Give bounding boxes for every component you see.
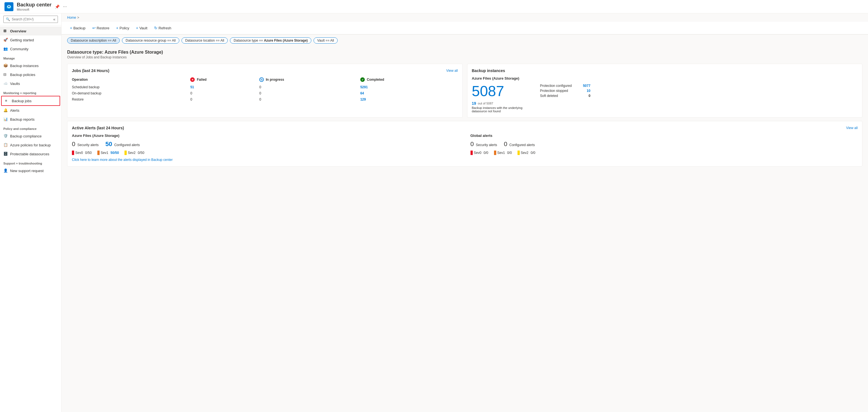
box-icon: 📦 — [3, 63, 8, 68]
sidebar-item-label: Getting started — [10, 38, 34, 42]
sev1-value-link[interactable]: 50/50 — [111, 151, 119, 155]
sidebar-item-backup-reports[interactable]: 📊 Backup reports — [0, 115, 61, 124]
bi-stat-row-0: Protection configured 5077 — [540, 84, 590, 88]
policy-icon: 📋 — [3, 143, 8, 147]
configured-label-azure: Configured alerts — [114, 143, 140, 147]
sidebar-item-overview[interactable]: ⊞ Overview — [0, 27, 61, 35]
sidebar-item-getting-started[interactable]: 🚀 Getting started — [0, 35, 61, 44]
cloud-icon: ☁️ — [3, 81, 8, 86]
sev1-global: Sev1 0/0 — [494, 150, 512, 155]
inprogress-status-icon: ↻ — [259, 77, 264, 82]
sidebar-item-azure-policies[interactable]: 📋 Azure policies for backup — [0, 140, 61, 149]
sidebar-item-backup-policies[interactable]: ⊟ Backup policies — [0, 70, 61, 79]
bi-stat-label-1: Protection stopped — [540, 89, 568, 93]
row-failed: 51 — [190, 84, 259, 90]
alerts-learn-more-link[interactable]: Click here to learn more about the alert… — [72, 158, 858, 162]
cards-row: Jobs (last 24 Hours) View all Operation … — [62, 60, 868, 121]
people-icon: 👥 — [3, 47, 8, 51]
app-icon — [4, 2, 13, 11]
plus-icon: + — [70, 26, 72, 30]
sev0-bar-global — [470, 150, 473, 155]
completed-value-link[interactable]: 5291 — [360, 85, 368, 89]
vault-button[interactable]: + Vault — [133, 24, 150, 32]
sidebar-item-label: Backup reports — [10, 117, 34, 122]
jobs-view-all-link[interactable]: View all — [446, 69, 458, 73]
jobs-card-header: Jobs (last 24 Hours) View all — [72, 68, 458, 73]
sidebar-nav: ⊞ Overview 🚀 Getting started 👥 Community… — [0, 26, 61, 412]
sidebar-item-community[interactable]: 👥 Community — [0, 44, 61, 53]
configured-num-global: 0 — [504, 140, 507, 147]
completed-status-icon: ✓ — [360, 77, 365, 82]
failed-value-link[interactable]: 51 — [190, 85, 194, 89]
chart-icon: 📊 — [3, 117, 8, 122]
toolbar: + Backup ↩ Restore + Policy + Vault — [62, 22, 868, 34]
security-num-azure: 0 — [72, 140, 75, 147]
restore-button[interactable]: ↩ Restore — [90, 24, 113, 32]
bi-stat-val-0[interactable]: 5077 — [583, 84, 590, 88]
collapse-button[interactable]: « — [53, 17, 55, 22]
sev2-bar — [124, 150, 127, 155]
sidebar-item-backup-jobs[interactable]: ≡ Backup jobs — [1, 96, 60, 106]
refresh-icon: ↻ — [154, 26, 157, 30]
search-input[interactable] — [12, 17, 52, 21]
bi-content: 5087 19 out of 5087 Backup instances wit… — [472, 84, 858, 113]
inprogress-value: 0 — [259, 85, 261, 89]
filter-datasource-type[interactable]: Datasource type == Azure Files (Azure St… — [230, 37, 311, 43]
sev2-azure: Sev2 0/50 — [124, 150, 144, 155]
page-subtitle: Overview of Jobs and Backup instances — [67, 55, 862, 59]
sidebar-item-new-support-request[interactable]: 👤 New support request — [0, 166, 61, 175]
row-completed: 129 — [360, 96, 458, 103]
bi-stats: Protection configured 5077 Protection st… — [540, 84, 590, 98]
sev1-value-global: 0/0 — [507, 151, 512, 155]
section-header-monitoring: Monitoring + reporting — [0, 88, 61, 96]
sidebar-item-label: Alerts — [10, 108, 19, 112]
row-failed: 0 — [190, 96, 259, 103]
sidebar-item-label: Backup jobs — [12, 99, 32, 103]
table-row: On-demand backup 0 0 64 — [72, 90, 458, 96]
bi-stat-val-1[interactable]: 10 — [587, 89, 590, 93]
col-operation: Operation — [72, 76, 190, 84]
table-row: Scheduled backup 51 0 5291 — [72, 84, 458, 90]
completed-value-link[interactable]: 64 — [360, 91, 364, 95]
filter-datasource-subscription[interactable]: Datasource subscription == All — [67, 37, 120, 43]
failed-value: 0 — [190, 91, 192, 95]
search-wrap[interactable]: 🔍 « — [3, 15, 58, 23]
filter-vault[interactable]: Vault == All — [314, 37, 338, 43]
policy-button[interactable]: + Policy — [113, 24, 132, 32]
bi-big-number: 5087 — [472, 84, 533, 98]
row-inprogress: 0 — [259, 90, 360, 96]
bi-underlying-number[interactable]: 19 — [472, 101, 476, 106]
breadcrumb-home[interactable]: Home — [67, 15, 76, 20]
col-failed: ✕ Failed — [190, 76, 259, 84]
filter-bar: Datasource subscription == All Datasourc… — [62, 35, 868, 46]
sev1-label-global: Sev1 — [497, 151, 505, 155]
row-inprogress: 0 — [259, 84, 360, 90]
alerts-view-all-link[interactable]: View all — [846, 126, 858, 130]
restore-label: Restore — [97, 26, 110, 30]
pin-icon[interactable]: 📌 — [55, 4, 60, 9]
inprogress-value: 0 — [259, 98, 261, 101]
sidebar-item-label: Vaults — [10, 81, 20, 86]
backup-button[interactable]: + Backup — [67, 24, 88, 32]
table-row: Restore 0 0 129 — [72, 96, 458, 103]
sidebar-item-alerts[interactable]: 🔔 Alerts — [0, 106, 61, 115]
svg-point-2 — [8, 6, 10, 7]
sidebar-item-protectable-datasources[interactable]: 🗄️ Protectable datasources — [0, 149, 61, 159]
alert-sev-row-global: Sev0 0/0 Sev1 0/0 Sev2 — [470, 150, 858, 155]
sidebar-item-backup-instances[interactable]: 📦 Backup instances — [0, 61, 61, 70]
sidebar-item-label: Azure policies for backup — [10, 143, 51, 147]
filter-datasource-location[interactable]: Datasource location == All — [182, 37, 228, 43]
more-icon[interactable]: ⋯ — [63, 4, 67, 9]
app-title: Backup center — [17, 2, 52, 8]
sidebar-item-backup-compliance[interactable]: 🛡️ Backup compliance — [0, 132, 61, 140]
filter-datasource-resource-group[interactable]: Datasource resource group == All — [122, 37, 179, 43]
sidebar-item-vaults[interactable]: ☁️ Vaults — [0, 79, 61, 88]
configured-num-azure: 50 — [105, 140, 112, 147]
col-completed: ✓ Completed — [360, 76, 458, 84]
refresh-button[interactable]: ↻ Refresh — [151, 24, 174, 32]
bi-underlying-text: out of 5087 — [478, 102, 493, 105]
configured-label-global: Configured alerts — [509, 143, 535, 147]
completed-value-link[interactable]: 129 — [360, 98, 366, 101]
bi-number-block: 5087 19 out of 5087 Backup instances wit… — [472, 84, 533, 113]
bi-stat-label-2: Soft deleted — [540, 94, 558, 98]
